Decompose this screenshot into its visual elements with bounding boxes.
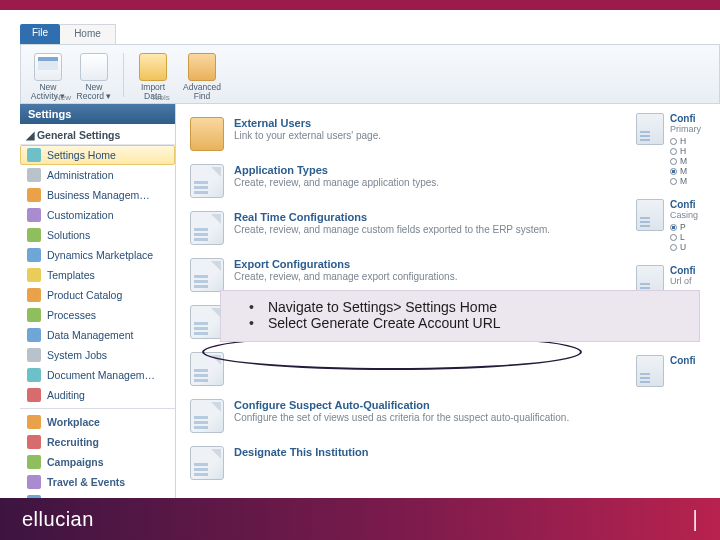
config-title: Confi	[670, 113, 701, 124]
settings-entry-real-time-configurations[interactable]: Real Time ConfigurationsCreate, review, …	[190, 208, 634, 255]
record-icon	[80, 53, 108, 81]
config-option[interactable]: L	[670, 232, 698, 242]
sidebar-item-label: System Jobs	[47, 349, 107, 361]
ribbon-group-caption: New	[55, 93, 71, 102]
sidebar-item-settings-home[interactable]: Settings Home	[20, 145, 175, 165]
sidebar-item-label: Business Managem…	[47, 189, 150, 201]
sidebar-item-label: Settings Home	[47, 149, 116, 161]
import-icon	[139, 53, 167, 81]
ribbon-group-caption: Tools	[151, 93, 170, 102]
module-icon	[27, 415, 41, 429]
sidebar-item-label: Solutions	[47, 229, 90, 241]
entry-title: External Users	[234, 117, 381, 129]
right-config-block[interactable]: ConfiPrimaryHHMMM	[634, 110, 720, 196]
entry-text: Application TypesCreate, review, and man…	[234, 164, 439, 188]
settings-entry-configure-suspect-auto-qualification[interactable]: Configure Suspect Auto-QualificationConf…	[190, 396, 634, 443]
sidebar-item-label: Auditing	[47, 389, 85, 401]
sidebar-item-icon	[27, 368, 41, 382]
settings-entry-external-users[interactable]: External UsersLink to your external user…	[190, 114, 634, 161]
settings-entry-designate-this-institution[interactable]: Designate This Institution	[190, 443, 634, 490]
module-label: Workplace	[47, 416, 100, 428]
sidebar-item-system-jobs[interactable]: System Jobs	[20, 345, 175, 365]
sidebar-banner-settings[interactable]: Settings	[20, 104, 175, 124]
sidebar-item-processes[interactable]: Processes	[20, 305, 175, 325]
note-icon	[636, 199, 664, 231]
callout-line: Select Generate Create Account URL	[249, 315, 687, 331]
radio-icon	[670, 148, 677, 155]
sidebar-item-customization[interactable]: Customization	[20, 205, 175, 225]
sidebar-item-icon	[27, 188, 41, 202]
ribbon-advanced-find[interactable]: AdvancedFind	[178, 53, 226, 101]
config-option[interactable]: H	[670, 136, 701, 146]
sidebar-item-document-managem[interactable]: Document Managem…	[20, 365, 175, 385]
entry-desc: Create, review, and manage application t…	[234, 177, 439, 188]
sidebar-item-auditing[interactable]: Auditing	[20, 385, 175, 405]
config-option[interactable]: M	[670, 166, 701, 176]
sidebar-item-icon	[27, 308, 41, 322]
config-title: Confi	[670, 355, 696, 366]
module-travel-events[interactable]: Travel & Events	[20, 472, 175, 492]
sidebar-item-dynamics-marketplace[interactable]: Dynamics Marketplace	[20, 245, 175, 265]
sidebar-item-label: Administration	[47, 169, 114, 181]
radio-icon	[670, 158, 677, 165]
config-option[interactable]: U	[670, 242, 698, 252]
config-sub: Primary	[670, 124, 701, 134]
ribbon-separator	[123, 53, 124, 97]
sidebar-item-label: Dynamics Marketplace	[47, 249, 153, 261]
module-label: Recruiting	[47, 436, 99, 448]
entry-desc: Create, review, and manage custom fields…	[234, 224, 550, 235]
sidebar-item-data-management[interactable]: Data Management	[20, 325, 175, 345]
config-text: Confi	[670, 355, 696, 387]
module-icon	[27, 435, 41, 449]
sidebar-item-product-catalog[interactable]: Product Catalog	[20, 285, 175, 305]
sidebar-item-administration[interactable]: Administration	[20, 165, 175, 185]
entry-desc: Link to your external users' page.	[234, 130, 381, 141]
ribbon-new-record[interactable]: NewRecord ▾	[73, 53, 115, 101]
settings-entry-application-types[interactable]: Application TypesCreate, review, and man…	[190, 161, 634, 208]
callout-line: Navigate to Settings> Settings Home	[249, 299, 687, 315]
module-recruiting[interactable]: Recruiting	[20, 432, 175, 452]
sidebar-section-general-settings[interactable]: ◢ General Settings	[20, 124, 175, 145]
module-label: Travel & Events	[47, 476, 125, 488]
module-campaigns[interactable]: Campaigns	[20, 452, 175, 472]
brand-ellucian: ellucian	[22, 508, 94, 531]
module-icon	[27, 475, 41, 489]
config-option[interactable]: M	[670, 156, 701, 166]
sidebar-item-icon	[27, 208, 41, 222]
module-icon	[27, 455, 41, 469]
tab-file[interactable]: File	[20, 24, 60, 44]
entry-text: Real Time ConfigurationsCreate, review, …	[234, 211, 550, 235]
sidebar-item-templates[interactable]: Templates	[20, 265, 175, 285]
sidebar-item-business-managem[interactable]: Business Managem…	[20, 185, 175, 205]
module-workplace[interactable]: Workplace	[20, 412, 175, 432]
entry-text: Configure Suspect Auto-QualificationConf…	[234, 399, 569, 423]
config-option[interactable]: P	[670, 222, 698, 232]
people-icon	[190, 117, 224, 151]
config-option[interactable]: M	[670, 176, 701, 186]
settings-entry-entry-5[interactable]	[190, 349, 634, 396]
ribbon-tabs: File Home	[20, 24, 720, 44]
sidebar-item-solutions[interactable]: Solutions	[20, 225, 175, 245]
sidebar-item-icon	[27, 268, 41, 282]
entry-desc: Configure the set of views used as crite…	[234, 412, 569, 423]
sidebar-item-icon	[27, 228, 41, 242]
config-option[interactable]: H	[670, 146, 701, 156]
right-config-block[interactable]: Confi	[634, 352, 720, 397]
entry-title: Designate This Institution	[234, 446, 368, 458]
radio-icon	[670, 168, 677, 175]
entry-title: Export Configurations	[234, 258, 457, 270]
note-icon	[636, 113, 664, 145]
sidebar-item-icon	[27, 328, 41, 342]
config-title: Confi	[670, 265, 696, 276]
divider	[20, 408, 175, 409]
module-label: Campaigns	[47, 456, 104, 468]
sidebar-item-icon	[27, 388, 41, 402]
right-config-block[interactable]: ConfiCasingPLU	[634, 196, 720, 262]
radio-icon	[670, 244, 677, 251]
note-icon	[190, 211, 224, 245]
config-title: Confi	[670, 199, 698, 210]
entry-title: Configure Suspect Auto-Qualification	[234, 399, 569, 411]
ribbon-bar: NewActivity ▾ NewRecord ▾ ImportData Adv…	[20, 44, 720, 104]
sidebar-item-icon	[27, 348, 41, 362]
tab-home[interactable]: Home	[60, 24, 116, 44]
